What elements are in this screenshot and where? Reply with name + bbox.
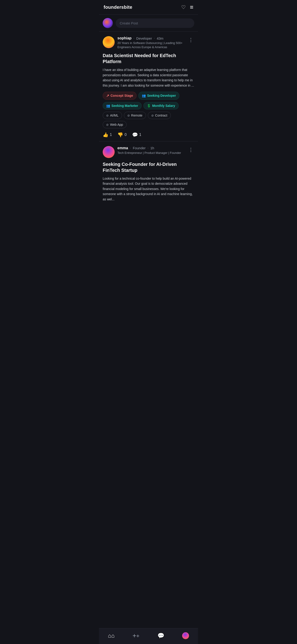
dislike-button-1[interactable]: 0 <box>118 132 127 138</box>
post-card-1: sophiap · Developer · 43m 20 Years in So… <box>99 32 198 141</box>
concept-arrow-icon <box>106 94 109 98</box>
comment-icon-1 <box>132 132 138 138</box>
avatar-sophiap[interactable] <box>103 36 115 48</box>
thumbdown-icon-1 <box>118 132 123 138</box>
nav-add[interactable]: + <box>128 631 144 640</box>
header-actions <box>181 4 194 11</box>
tag-seeking-marketer-label: Seeking Marketer <box>112 104 138 108</box>
post-more-icon-2[interactable] <box>188 146 194 154</box>
nav-profile[interactable] <box>178 631 194 640</box>
skill-webapp-label: Web App <box>110 123 123 126</box>
stage-tags-row-2: Seeking Marketer Monthly Salary <box>103 102 194 110</box>
comment-count-1: 1 <box>139 133 141 137</box>
tag-icon-2 <box>127 114 130 117</box>
skill-tag-aiml[interactable]: AI/ML <box>103 112 122 119</box>
post-title-2: Seeking Co-Founder for AI-Driven FinTech… <box>103 161 194 173</box>
post-header-2: emma · Founder · 1h Tech Entrepreneur | … <box>103 146 194 158</box>
nav-home[interactable]: ⌂ <box>103 632 119 640</box>
add-icon: + <box>132 632 139 640</box>
skill-remote-label: Remote <box>131 114 142 117</box>
post-username-2[interactable]: emma <box>118 146 128 150</box>
nav-messages[interactable]: 💬 <box>153 632 169 640</box>
tag-salary-label: Monthly Salary <box>152 104 175 108</box>
post-tagline-1: 20 Years in Software Outsourcing | Leadi… <box>118 41 188 49</box>
post-tagline-2: Tech Entrepreneur | Product Manager | Fo… <box>118 151 181 155</box>
post-author-info-1: sophiap · Developer · 43m 20 Years in So… <box>103 36 188 49</box>
skill-tags-row-1: AI/ML Remote Contract Web App <box>103 112 194 128</box>
tag-seeking-developer[interactable]: Seeking Developer <box>138 92 179 100</box>
post-body-2: Looking for a technical co-founder to he… <box>103 176 194 202</box>
post-role-1: Developer <box>136 36 152 40</box>
people-icon-1 <box>142 94 146 98</box>
skill-tag-remote[interactable]: Remote <box>124 112 146 119</box>
post-card-2: emma · Founder · 1h Tech Entrepreneur | … <box>99 142 198 209</box>
app-header: foundersbite <box>99 0 198 14</box>
skill-contract-label: Contract <box>155 114 168 117</box>
post-header-1: sophiap · Developer · 43m 20 Years in So… <box>103 36 194 49</box>
post-meta-top-2: emma · Founder · 1h <box>118 146 181 150</box>
post-time-1: 43m <box>157 36 164 40</box>
skill-tag-contract[interactable]: Contract <box>148 112 171 119</box>
home-icon: ⌂ <box>108 632 115 639</box>
tag-icon-1 <box>106 114 109 117</box>
messages-icon: 💬 <box>158 632 164 639</box>
menu-icon[interactable] <box>190 4 194 11</box>
tag-icon-4 <box>106 123 109 126</box>
comment-button-1[interactable]: 1 <box>132 132 141 138</box>
post-title-1: Data Scientist Needed for EdTech Platfor… <box>103 52 194 64</box>
post-meta-2: emma · Founder · 1h Tech Entrepreneur | … <box>118 146 181 155</box>
avatar-emma[interactable] <box>103 146 115 158</box>
post-body-1: I have an idea of building an adaptive l… <box>103 67 194 88</box>
skill-aiml-label: AI/ML <box>110 114 118 117</box>
like-count-1: 1 <box>110 133 112 137</box>
tag-concept-stage[interactable]: Concept Stage <box>103 92 136 100</box>
post-username-1[interactable]: sophiap <box>118 36 132 40</box>
like-button-1[interactable]: 1 <box>103 132 112 138</box>
post-more-icon-1[interactable] <box>188 36 194 44</box>
people-icon-2 <box>106 104 110 108</box>
post-time-2: 1h <box>150 146 154 150</box>
tag-concept-label: Concept Stage <box>110 94 133 98</box>
create-post-bar <box>99 15 198 31</box>
dot-sep-2: · <box>154 36 155 40</box>
tag-icon-3 <box>151 114 154 117</box>
post-meta-1: sophiap · Developer · 43m 20 Years in So… <box>118 36 188 49</box>
post-meta-top-1: sophiap · Developer · 43m <box>118 36 188 40</box>
tag-monthly-salary[interactable]: Monthly Salary <box>144 102 179 110</box>
dislike-count-1: 0 <box>124 133 127 137</box>
tag-seeking-dev-label: Seeking Developer <box>147 94 176 98</box>
app-logo: foundersbite <box>104 4 132 10</box>
thumbup-icon-1 <box>103 132 108 138</box>
post-author-info-2: emma · Founder · 1h Tech Entrepreneur | … <box>103 146 181 158</box>
stage-tags-row-1: Concept Stage Seeking Developer <box>103 92 194 100</box>
dollar-icon <box>147 104 151 108</box>
reactions-row-1: 1 0 1 <box>103 132 194 138</box>
tag-seeking-marketer[interactable]: Seeking Marketer <box>103 102 142 110</box>
dot-sep-3: · <box>130 146 131 150</box>
nav-profile-avatar <box>182 632 189 639</box>
heart-icon[interactable] <box>181 4 186 10</box>
dot-sep-4: · <box>148 146 148 150</box>
post-role-2: Founder <box>133 146 146 150</box>
dot-sep-1: · <box>133 36 134 40</box>
skill-tag-webapp[interactable]: Web App <box>103 121 127 128</box>
create-post-input[interactable] <box>116 18 194 28</box>
bottom-nav: ⌂ + 💬 <box>99 628 198 644</box>
current-user-avatar <box>103 18 113 28</box>
